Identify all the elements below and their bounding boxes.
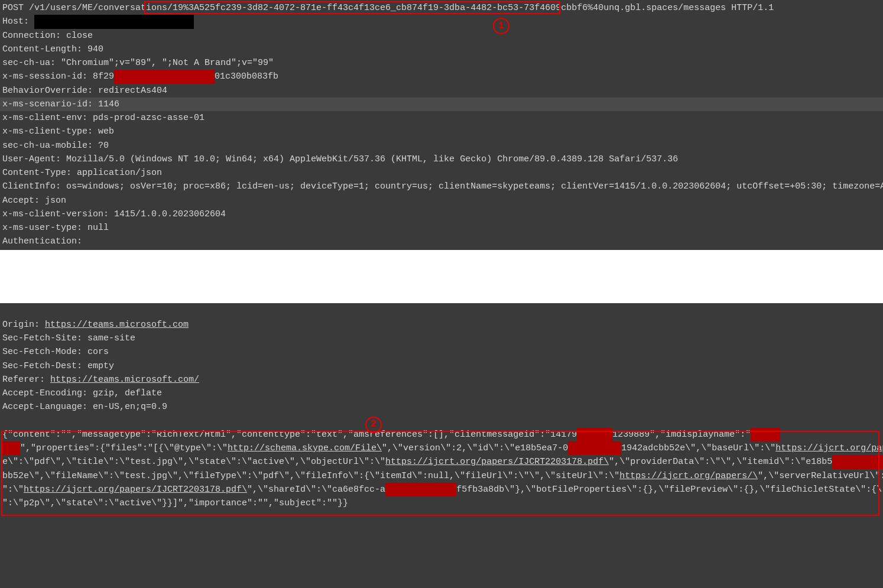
header-connection: Connection: close [0,29,883,43]
header-session-id: x-ms-session-id: 8f29########01c300b083f… [0,70,883,83]
header-accept: Accept: json [0,194,883,207]
body-line-5: ":\"https://ijcrt.org/papers/IJCRT220317… [0,483,883,496]
blank-line [0,414,883,428]
header-sec-mobile: sec-ch-ua-mobile: ?0 [0,139,883,152]
header-user-agent: User-Agent: Mozilla/5.0 (Windows NT 10.0… [0,152,883,166]
header-origin: Origin: https://teams.microsoft.com [0,318,883,332]
separator-gap [0,250,883,303]
body-line-6: ":\"p2p\",\"state\":\"active\"}}]","impo… [0,496,883,510]
header-sec-fetch-site: Sec-Fetch-Site: same-site [0,332,883,345]
header-accept-encoding: Accept-Encoding: gzip, deflate [0,386,883,400]
header-accept-language: Accept-Language: en-US,en;q=0.9 [0,400,883,414]
header-content-length: Content-Length: 940 [0,43,883,56]
header-scenario-id: x-ms-scenario-id: 1146 [0,98,883,111]
truncated-line [0,304,883,318]
redacted-session: ######## [114,70,215,83]
annotation-marker-1: 1 [493,18,509,34]
header-client-env: x-ms-client-env: pds-prod-azsc-asse-01 [0,111,883,125]
header-referer: Referer: https://teams.microsoft.com/ [0,373,883,386]
annotation-marker-2: 2 [365,417,382,433]
header-authentication: Authentication: [0,235,883,248]
redacted-id1: ######### [568,441,621,455]
body-line-2: K##","properties":{"files":"[{\"@type\":… [0,441,883,455]
header-sec-fetch-dest: Sec-Fetch-Dest: empty [0,359,883,373]
header-sec-ch-ua: sec-ch-ua: "Chromium";v="89", ";Not A Br… [0,56,883,70]
header-content-type: Content-Type: application/json [0,166,883,180]
header-user-type: x-ms-user-type: null [0,221,883,235]
header-client-version: x-ms-client-version: 1415/1.0.0.20230626… [0,207,883,221]
header-client-type: x-ms-client-type: web [0,125,883,138]
body-line-4: bb52e\",\"fileName\":\"test.jpg\",\"file… [0,469,883,483]
redacted-msgid: ####### [577,428,612,441]
redacted-host: ####ng.msg.teams.microsoft.com [34,15,194,28]
redacted-id2: ################ [832,455,883,469]
redacted-shareid: ########## [385,483,456,496]
header-sec-fetch-mode: Sec-Fetch-Mode: cors [0,345,883,359]
request-line: POST /v1/users/ME/conversations/19%3A525… [0,1,883,15]
header-client-info: ClientInfo: os=windows; osVer=10; proc=x… [0,180,883,193]
body-line-3: e\":\"pdf\",\"title\":\"test.jpg\",\"sta… [0,455,883,469]
redacted-name2: K## [2,441,20,455]
header-behavior-override: BehaviorOverride: redirectAs404 [0,84,883,98]
header-host: Host: ####ng.msg.teams.microsoft.com [0,15,883,28]
redacted-name1: S#### [751,428,780,441]
body-line-1: {"content":"","messagetype":"RichText/Ht… [0,428,883,441]
